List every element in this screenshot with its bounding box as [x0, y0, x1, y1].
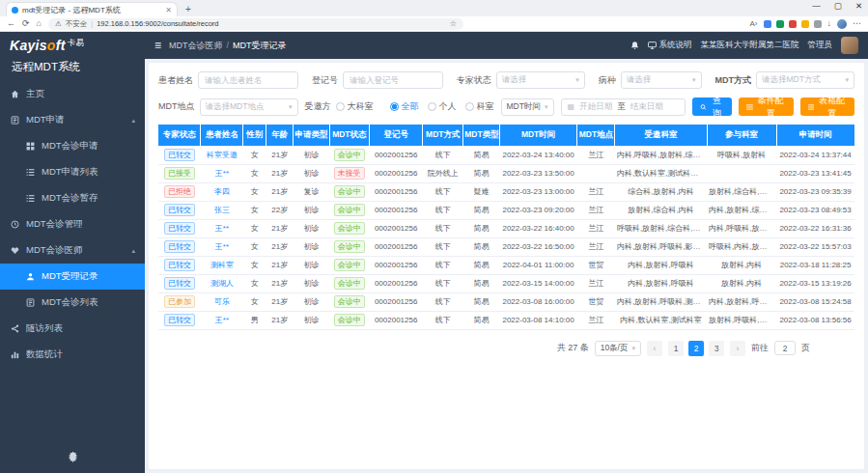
expert-status-badge: 已转交	[164, 149, 195, 161]
cell-gender: 女	[243, 219, 266, 237]
expert-status-badge: 已转交	[164, 240, 195, 253]
new-tab-button[interactable]: +	[185, 2, 191, 16]
cell-mdt_time: 2022-04-01 11:00:00	[499, 256, 577, 274]
cell-reg_no: 0002001256	[369, 292, 423, 311]
search-button[interactable]: 查询	[692, 97, 732, 116]
sidebar-item-followup-list[interactable]: 随访列表	[0, 316, 145, 342]
favorite-star-icon[interactable]: ☆	[450, 19, 457, 28]
cell-mdt_status: 会诊中	[329, 201, 369, 219]
security-label: 不安全	[66, 19, 88, 29]
invitee-radio-option[interactable]: 科室	[465, 100, 494, 113]
patient-name-input[interactable]	[198, 71, 298, 89]
mdt-place-select[interactable]: 请选择MDT地点▾	[200, 98, 298, 116]
reg-no-input[interactable]	[343, 71, 443, 89]
expert-status-select[interactable]: 请选择▾	[496, 71, 585, 89]
cell-name: 可乐	[201, 292, 243, 311]
home-icon[interactable]: ⌂	[37, 19, 42, 28]
cell-mdt_status: 会诊中	[329, 311, 369, 329]
goto-page-input[interactable]	[774, 341, 796, 355]
patient-name-link[interactable]: 王**	[215, 316, 229, 324]
sidebar-item-mdt-consult-doctor[interactable]: MDT会诊医师▴	[0, 237, 145, 264]
cell-joined: 呼吸科,放射科	[707, 146, 776, 164]
prev-page-button[interactable]: ‹	[647, 341, 662, 356]
settings-gear-icon[interactable]	[68, 449, 78, 466]
invitee-radio-option[interactable]: 大科室	[336, 100, 374, 113]
cell-apply_type: 复诊	[294, 182, 329, 201]
extension-icon[interactable]	[789, 20, 797, 28]
invitee-radio-option[interactable]: 个人	[428, 100, 457, 113]
filter-row-1: 患者姓名 登记号 专家状态 请选择▾ 病种 请选择▾	[158, 71, 854, 89]
cell-reg_no: 0002001256	[369, 164, 423, 182]
cell-mdt_type: 简易	[463, 274, 499, 292]
user-avatar[interactable]	[841, 37, 858, 54]
sidebar-item-statistics[interactable]: 数据统计	[0, 342, 145, 368]
time-field-select[interactable]: MDT时间▾	[501, 98, 554, 116]
cell-mdt_mode: 线下	[423, 182, 463, 201]
cell-mdt_place: 兰江	[577, 182, 615, 201]
clock-icon	[10, 220, 19, 229]
patient-name-link[interactable]: 可乐	[214, 297, 230, 306]
cell-apply_type: 初诊	[294, 274, 329, 292]
extension-icon[interactable]	[801, 20, 809, 28]
address-bar[interactable]: ⚠ 不安全 | 192.168.0.156:9002/consultate/re…	[48, 18, 463, 30]
cell-age: 21岁	[266, 219, 294, 237]
refresh-icon[interactable]: ⟳	[22, 19, 30, 28]
window-maximize-button[interactable]: ▢	[834, 1, 842, 11]
sidebar-item-mdt-consult-apply[interactable]: MDT会诊申请	[0, 133, 145, 159]
list-icon	[25, 168, 35, 177]
patient-name-link[interactable]: 李四	[214, 187, 230, 196]
page-button-3[interactable]: 3	[709, 341, 724, 356]
browser-profile-avatar[interactable]	[837, 19, 847, 29]
sidebar-item-home[interactable]: 主页	[0, 81, 145, 107]
sidebar-toggle-icon[interactable]: ≡	[154, 40, 161, 51]
sidebar-item-mdt-accept-record[interactable]: MDT受理记录	[0, 264, 145, 290]
cell-mdt_type: 简易	[463, 311, 499, 329]
bell-icon[interactable]	[630, 41, 639, 50]
page-size-select[interactable]: 10条/页▾	[595, 341, 641, 356]
invitee-radio-option[interactable]: 全部	[390, 100, 419, 113]
sidebar-item-mdt-apply-list[interactable]: MDT申请列表	[0, 159, 145, 185]
table-config-button[interactable]: 表格配置	[800, 97, 855, 116]
condition-config-button[interactable]: 条件配置	[739, 97, 794, 116]
page-button-2[interactable]: 2	[688, 341, 704, 356]
sidebar-item-mdt-consult-draft[interactable]: MDT会诊暂存	[0, 185, 145, 211]
tab-close-icon[interactable]: ✕	[165, 6, 172, 14]
downloads-icon[interactable]: ↓	[827, 19, 832, 28]
system-help-link[interactable]: 系统说明	[648, 40, 692, 51]
window-close-button[interactable]: ✕	[855, 1, 862, 11]
extension-icon[interactable]	[764, 20, 771, 28]
browser-menu-icon[interactable]: ⋯	[853, 19, 861, 28]
mdt-mode-select[interactable]: 请选择MDT方式▾	[756, 71, 854, 89]
cell-mdt_time: 2022-03-23 13:50:00	[499, 164, 577, 182]
read-aloud-icon[interactable]: A›	[750, 20, 758, 28]
patient-name-link[interactable]: 测科室	[210, 261, 234, 269]
date-range-picker[interactable]: ▦ 开始日期 至 结束日期	[561, 98, 686, 116]
expert-status-badge: 已参加	[164, 295, 195, 308]
patient-name-link[interactable]: 科室受邀	[207, 151, 238, 159]
disease-select[interactable]: 请选择▾	[621, 71, 702, 89]
sidebar-item-mdt-consult-manage[interactable]: MDT会诊管理	[0, 211, 145, 237]
calendar-icon: ▦	[568, 102, 575, 111]
browser-tab[interactable]: mdt受理记录 - 远程MDT系统 ✕	[6, 2, 178, 16]
patient-name-link[interactable]: 王**	[215, 224, 229, 233]
cell-mdt_type: 简易	[463, 219, 499, 237]
window-minimize-button[interactable]: —	[812, 1, 821, 11]
patient-name-link[interactable]: 王**	[215, 242, 229, 251]
patient-name-link[interactable]: 测湖人	[210, 279, 234, 288]
cell-apply_type: 初诊	[294, 311, 329, 329]
home-icon	[10, 90, 19, 98]
patient-name-link[interactable]: 王**	[215, 169, 229, 178]
extension-icon[interactable]	[814, 20, 822, 28]
sidebar-item-mdt-apply[interactable]: MDT申请▴	[0, 107, 145, 133]
cell-name: 王**	[201, 311, 243, 329]
page-button-1[interactable]: 1	[668, 341, 684, 356]
next-page-button[interactable]: ›	[730, 341, 745, 356]
extension-icon[interactable]	[776, 20, 784, 28]
cell-invited: 综合科,放射科,内科	[615, 182, 707, 201]
column-header: 患者姓名	[201, 125, 243, 146]
cell-reg_no: 0002001256	[369, 237, 423, 256]
patient-name-link[interactable]: 张三	[214, 206, 230, 214]
cell-mdt_type: 疑难	[463, 182, 499, 201]
back-icon[interactable]: ←	[7, 19, 15, 28]
sidebar-item-mdt-consult-list[interactable]: MDT会诊列表	[0, 290, 145, 316]
